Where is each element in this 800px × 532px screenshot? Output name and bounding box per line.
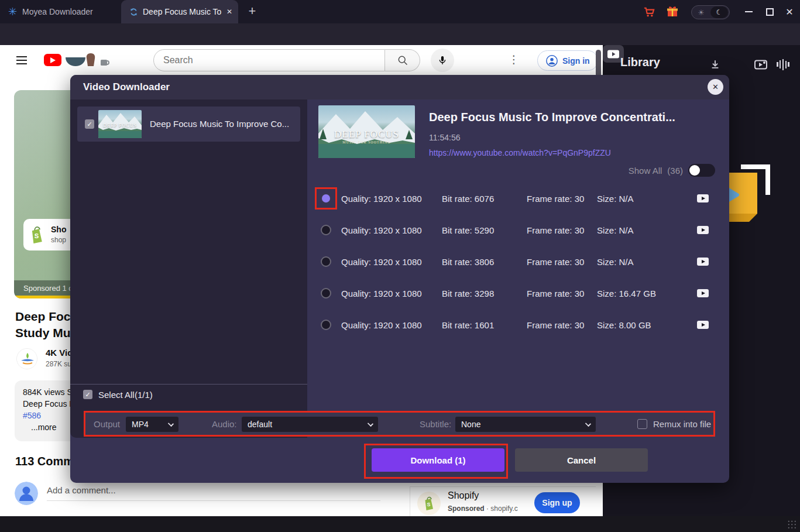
format-row[interactable]: Quality: 1920 x 1080 Bit rate: 3806 Fram… <box>307 246 729 277</box>
format-row[interactable]: Quality: 1920 x 1080 Bit rate: 6076 Fram… <box>307 183 729 214</box>
select-all-checkbox[interactable]: ✓ <box>83 390 92 399</box>
svg-text:S: S <box>35 232 39 239</box>
format-size: Size: N/A <box>597 194 634 204</box>
show-all-toggle[interactable] <box>688 164 715 177</box>
toggle-knob <box>689 165 700 176</box>
remux-checkbox[interactable] <box>637 419 647 429</box>
person-icon <box>545 54 558 67</box>
maximize-button[interactable] <box>762 6 777 18</box>
youtube-header: ⋮ Sign in <box>0 45 603 75</box>
library-audio-tab[interactable] <box>776 58 790 71</box>
comment-input[interactable]: Add a comment... <box>47 485 116 495</box>
app-identity: ✳ Moyea Downloader <box>8 0 93 23</box>
search-input[interactable] <box>163 55 375 66</box>
format-size: Size: 16.47 GB <box>597 289 656 298</box>
format-bitrate: Bit rate: 5290 <box>442 225 494 235</box>
app-title: Moyea Downloader <box>22 7 93 16</box>
video-duration: 11:54:56 <box>429 133 460 142</box>
library-title: Library <box>620 56 660 69</box>
download-item[interactable]: ✓ DEEP FOCUS Deep Focus Music To Improve… <box>77 107 300 142</box>
download-button[interactable]: Download (1) <box>372 448 504 472</box>
format-row[interactable]: Quality: 1920 x 1080 Bit rate: 3298 Fram… <box>307 277 729 309</box>
format-framerate: Frame rate: 30 <box>527 225 584 235</box>
store-cart-button[interactable] <box>641 4 657 19</box>
radio-icon <box>321 225 331 235</box>
cart-icon <box>643 5 656 19</box>
quality-radio[interactable] <box>315 282 337 304</box>
minimize-button[interactable] <box>741 6 756 18</box>
chevron-down-icon <box>368 421 373 427</box>
remux-label: Remux into file <box>653 419 711 429</box>
format-framerate: Frame rate: 30 <box>527 194 584 204</box>
camera-icon <box>754 60 767 70</box>
video-url-link[interactable]: https://www.youtube.com/watch?v=PqGnP9pf… <box>429 148 611 157</box>
select-all-row[interactable]: ✓ Select All (1/1) <box>70 386 307 409</box>
preview-play-icon[interactable] <box>697 258 709 266</box>
ad-brand[interactable]: Shopify <box>448 490 479 501</box>
quality-radio[interactable] <box>315 314 337 336</box>
window-close-button[interactable]: ✕ <box>782 6 797 18</box>
item-title: Deep Focus Music To Improve Co... <box>150 119 289 129</box>
format-bitrate: Bit rate: 6076 <box>442 194 494 204</box>
audio-select[interactable]: default <box>242 417 378 432</box>
titlebar: ✳ Moyea Downloader Deep Focus Music To ✕… <box>0 0 800 23</box>
format-list: Quality: 1920 x 1080 Bit rate: 6076 Fram… <box>307 183 729 341</box>
new-tab-button[interactable]: + <box>243 2 261 20</box>
format-bitrate: Bit rate: 3298 <box>442 289 494 298</box>
theme-toggle[interactable]: ☀ ☾ <box>691 5 730 19</box>
search-button[interactable] <box>385 49 420 71</box>
resize-grip[interactable] <box>787 520 796 529</box>
preview-play-icon[interactable] <box>697 194 709 202</box>
preview-play-icon[interactable] <box>697 289 709 297</box>
format-row[interactable]: Quality: 1920 x 1080 Bit rate: 1601 Fram… <box>307 309 729 341</box>
quality-radio[interactable] <box>315 187 337 210</box>
show-all-control: Show All (36) <box>629 164 715 177</box>
ad-signup-button[interactable]: Sign up <box>534 492 580 513</box>
format-row[interactable]: Quality: 1920 x 1080 Bit rate: 5290 Fram… <box>307 214 729 246</box>
window-close-icon: ✕ <box>785 6 793 18</box>
item-checkbox[interactable]: ✓ <box>85 119 94 129</box>
browser-tab[interactable]: Deep Focus Music To ✕ <box>121 0 238 23</box>
format-bitrate: Bit rate: 1601 <box>442 320 494 330</box>
quality-radio[interactable] <box>315 250 337 273</box>
dialog-close-button[interactable]: ✕ <box>708 79 723 95</box>
cancel-button[interactable]: Cancel <box>515 448 648 472</box>
format-framerate: Frame rate: 30 <box>527 257 584 267</box>
channel-avatar[interactable] <box>16 348 37 369</box>
moyea-logo-icon: ✳ <box>8 6 17 17</box>
radio-icon <box>321 320 331 330</box>
tab-close-icon[interactable]: ✕ <box>226 8 232 16</box>
gift-button[interactable] <box>664 4 681 19</box>
voice-search-button[interactable] <box>431 49 454 72</box>
format-quality: Quality: 1920 x 1080 <box>341 289 422 298</box>
library-download-button[interactable] <box>708 58 722 71</box>
channel-name[interactable]: 4K Vid <box>46 348 73 358</box>
search-box[interactable] <box>153 49 385 71</box>
download-item-list: ✓ DEEP FOCUS Deep Focus Music To Improve… <box>70 99 307 438</box>
empty-library-folder-icon <box>723 160 779 233</box>
youtube-logo-icon[interactable] <box>44 54 61 66</box>
select-all-label: Select All <box>98 390 135 400</box>
library-camera-tab[interactable] <box>754 58 768 71</box>
hamburger-menu-icon[interactable] <box>16 56 27 64</box>
sign-in-button[interactable]: Sign in <box>537 50 598 71</box>
youtube-menu-button[interactable]: ⋮ <box>507 53 521 68</box>
format-size: Size: N/A <box>597 257 634 267</box>
user-avatar <box>15 482 38 505</box>
preview-play-icon[interactable] <box>697 226 709 234</box>
format-size: Size: N/A <box>597 225 634 235</box>
player-ad-subtitle: shop <box>51 236 66 244</box>
output-format-select[interactable]: MP4 <box>126 417 178 432</box>
avatar-person-icon <box>15 482 38 505</box>
app-window: ✳ Moyea Downloader Deep Focus Music To ✕… <box>0 0 800 532</box>
shopify-bag-icon: S <box>422 496 436 511</box>
format-quality: Quality: 1920 x 1080 <box>341 320 422 330</box>
status-bar <box>0 516 800 532</box>
video-downloader-dialog: Video Downloader ✕ ✓ DEEP FOCUS Deep Foc… <box>70 75 729 483</box>
subtitle-select[interactable]: None <box>455 417 596 432</box>
item-thumbnail: DEEP FOCUS <box>98 110 142 138</box>
dialog-header: Video Downloader ✕ <box>70 75 729 99</box>
preview-play-icon[interactable] <box>697 321 709 329</box>
quality-radio[interactable] <box>315 219 337 241</box>
ad-card: S Shopify Sponsored · shopify.c Sign up <box>410 486 596 516</box>
